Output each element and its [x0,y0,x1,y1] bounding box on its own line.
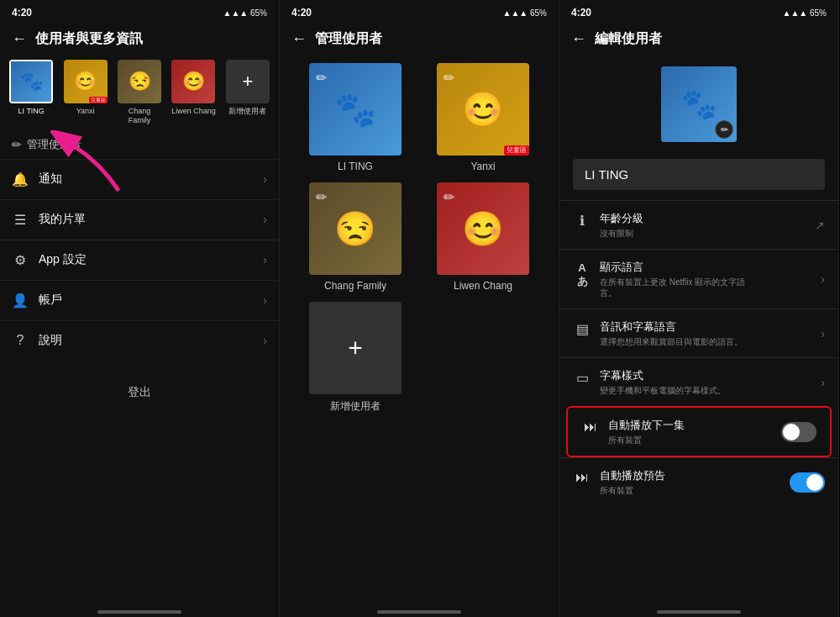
home-indicator-2 [280,600,559,617]
menu-mylist-label: 我的片單 [39,212,86,227]
profile-liting[interactable]: 🐾 LI TING [8,60,54,116]
manage-profile-liting[interactable]: 🐾 ✏ LI TING [297,63,414,172]
home-bar-1 [97,610,181,614]
audio-subtitle-chevron: › [821,327,825,340]
manage-avatar-liwenchang[interactable]: 😊 ✏ [437,182,529,275]
menu-notifications-label: 通知 [39,171,62,187]
manage-profile-add[interactable]: + 新增使用者 [297,302,414,414]
back-button-2[interactable]: ← [291,30,307,48]
home-bar-3 [657,610,741,614]
manage-avatar-add[interactable]: + [309,302,402,394]
status-icons-3: ▲▲▲ 65% [783,8,827,18]
manage-profile-yanxi[interactable]: 😊 兒童區 ✏ Yanxi [424,63,542,172]
back-button-3[interactable]: ← [571,30,586,48]
avatar-liting[interactable]: 🐾 [9,60,53,103]
panel2-title: 管理使用者 [315,30,382,48]
subtitle-style-icon: ▭ [573,370,591,386]
chevron-account: › [263,293,267,307]
profile-label-liwenchang: Liwen Chang [171,107,216,116]
language-icon: Aあ [573,261,591,289]
display-language-subtitle: 在所有裝置上更改 Netflix 顯示的文字語言。 [600,277,751,298]
back-button-1[interactable]: ← [12,30,27,48]
settings-autoplay-next-wrapper: ⏭ 自動播放下一集 所有裝置 [566,406,832,457]
battery-1: ▲▲▲ 65% [223,8,268,18]
profile-liwenchang[interactable]: 😊 Liwen Chang [171,60,216,116]
menu-account[interactable]: 👤 帳戶 › [0,280,279,320]
profile-label-add: 新增使用者 [228,107,266,116]
menu-list: 🔔 通知 › ☰ 我的片單 › ⚙ App 設定 › 👤 帳戶 › [0,159,279,360]
status-bar-3: 4:20 ▲▲▲ 65% [559,0,838,24]
profile-yanxi[interactable]: 😊 兒童區 Yanxi [62,60,108,116]
manage-label-yanxi: Yanxi [470,161,495,172]
autoplay-next-toggle[interactable] [781,422,816,442]
status-bar-1: 4:20 ▲▲▲ 65% [0,0,279,24]
autoplay-preview-toggle-thumb [806,474,823,491]
settings-age-rating-text: 年齡分級 沒有限制 [600,211,643,239]
monster-changfamily-icon: 😒 [118,60,161,103]
profile-name-field[interactable]: LI TING [573,159,825,190]
age-rating-subtitle: 沒有限制 [600,228,643,239]
audio-subtitle-subtitle: 選擇您想用來觀賞節目與電影的語言。 [600,336,743,347]
logout-label: 登出 [128,385,151,400]
chevron-mylist: › [263,213,267,226]
autoplay-next-icon: ⏭ [581,419,600,435]
settings-autoplay-next[interactable]: ⏭ 自動播放下一集 所有裝置 [568,408,830,456]
manage-avatar-changfamily[interactable]: 😒 ✏ [309,182,402,275]
avatar-yanxi[interactable]: 😊 兒童區 [64,60,108,103]
display-language-chevron: › [821,272,825,286]
edit-settings-list: ℹ 年齡分級 沒有限制 ↗ Aあ 顯示語言 在所有裝置上更改 Netflix 顯… [559,200,838,506]
manage-label-liwenchang: Liwen Chang [454,280,512,292]
manage-profile-liwenchang[interactable]: 😊 ✏ Liwen Chang [424,182,542,292]
bell-icon: 🔔 [12,171,29,187]
autoplay-preview-toggle[interactable] [790,472,825,493]
time-2: 4:20 [291,7,312,18]
settings-subtitle-style-text: 字幕樣式 變更手機和平板電腦的字幕樣式。 [600,368,726,396]
status-bar-2: 4:20 ▲▲▲ 65% [280,0,559,24]
profile-changfamily[interactable]: 😒 Chang Family [117,60,162,125]
edit-icon-liwenchang: ✏ [444,189,454,205]
avatar-changfamily[interactable]: 😒 [118,60,161,103]
settings-autoplay-preview[interactable]: ⏭ 自動播放預告 所有裝置 [559,457,838,506]
profile-add[interactable]: + 新增使用者 [225,60,270,116]
profile-label-liting: LI TING [18,107,45,116]
autoplay-next-toggle-thumb [783,424,800,440]
chevron-help: › [263,334,267,347]
panel-2: 4:20 ▲▲▲ 65% ← 管理使用者 🐾 ✏ LI TING 😊 兒童區 ✏ [280,0,559,617]
menu-notifications[interactable]: 🔔 通知 › [0,159,279,199]
monster-liwenchang-icon: 😊 [171,60,215,103]
settings-audio-subtitle[interactable]: ▤ 音訊和字幕語言 選擇您想用來觀賞節目與電影的語言。 › [559,308,838,357]
menu-account-label: 帳戶 [39,293,62,308]
home-indicator-1 [0,600,279,617]
edit-avatar-container[interactable]: 🐾 ✏ [661,66,737,142]
manage-profiles-grid: 🐾 ✏ LI TING 😊 兒童區 ✏ Yanxi 😒 ✏ Chang Fami… [280,53,559,424]
pencil-icon: ✏ [12,138,22,151]
status-icons-1: ▲▲▲ 65% [223,8,268,18]
chevron-appsettings: › [263,253,267,266]
settings-age-rating[interactable]: ℹ 年齡分級 沒有限制 ↗ [559,200,838,249]
menu-mylist[interactable]: ☰ 我的片單 › [0,199,279,240]
settings-subtitle-style[interactable]: ▭ 字幕樣式 變更手機和平板電腦的字幕樣式。 › [559,357,838,406]
menu-appsettings[interactable]: ⚙ App 設定 › [0,240,279,280]
settings-autoplay-preview-left: ⏭ 自動播放預告 所有裝置 [573,468,665,496]
manage-label-liting: LI TING [338,161,373,172]
gear-icon: ⚙ [12,252,29,268]
menu-appsettings-left: ⚙ App 設定 [12,252,87,268]
edit-avatar-pencil-btn[interactable]: ✏ [715,120,733,139]
manage-avatar-liting[interactable]: 🐾 ✏ [309,63,402,156]
menu-notifications-left: 🔔 通知 [12,171,62,187]
list-icon: ☰ [12,212,29,228]
manage-profile-changfamily[interactable]: 😒 ✏ Chang Family [297,182,414,292]
menu-help-left: ? 說明 [12,333,62,348]
avatar-add[interactable]: + [226,60,270,103]
settings-display-language[interactable]: Aあ 顯示語言 在所有裝置上更改 Netflix 顯示的文字語言。 › [559,249,838,308]
manage-users-row[interactable]: ✏ 管理使用者 [0,129,279,159]
manage-avatar-yanxi[interactable]: 😊 兒童區 ✏ [437,63,529,156]
panel3-header: ← 編輯使用者 [559,24,838,53]
person-icon: 👤 [12,293,29,308]
avatar-liwenchang[interactable]: 😊 [171,60,215,103]
edit-avatar-section: 🐾 ✏ [559,53,838,156]
menu-help[interactable]: ? 說明 › [0,320,279,360]
edit-icon-liting: ✏ [316,70,327,86]
audio-subtitle-title: 音訊和字幕語言 [600,319,743,335]
logout-row[interactable]: 登出 [0,368,279,417]
